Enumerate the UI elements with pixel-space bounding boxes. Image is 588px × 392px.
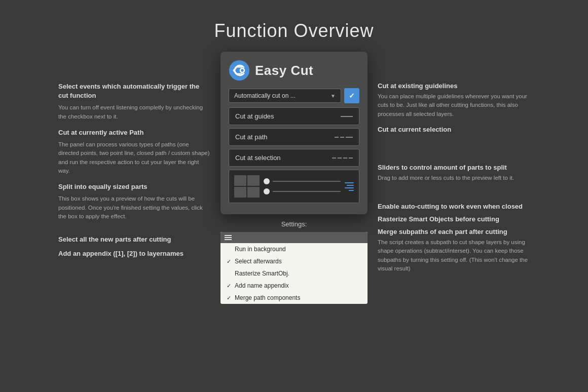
settings-item-0-check bbox=[227, 246, 233, 253]
cut-at-selection-label: Cut at selection bbox=[235, 154, 281, 162]
settings-item-4[interactable]: ✓ Merge path components bbox=[220, 292, 368, 304]
lines-icon bbox=[345, 182, 354, 191]
right-annotation-3: Sliders to control amount of parts to sp… bbox=[378, 164, 530, 182]
plugin-window: Easy Cut Automatically cut on ... ▼ ✓ Cu… bbox=[220, 52, 368, 214]
right-annotation-3-text: Drag to add more or less cuts to the pre… bbox=[378, 174, 530, 182]
settings-dropdown-header[interactable] bbox=[220, 232, 368, 243]
left-annotation-2-text: The panel can process various types of p… bbox=[58, 140, 210, 175]
settings-item-1-label: Select afterwards bbox=[235, 258, 282, 265]
right-annotation-5-title: Rasterize Smart Objects before cutting bbox=[378, 215, 530, 223]
left-annotations-column: Select events which automatically trigge… bbox=[58, 52, 220, 272]
right-annotation-1-title: Cut at existing guidelines bbox=[378, 82, 530, 90]
settings-item-2-label: Rasterize SmartObj. bbox=[235, 270, 289, 277]
svg-point-0 bbox=[229, 60, 249, 81]
dropdown-arrow-icon: ▼ bbox=[330, 93, 336, 99]
right-annotation-2: Cut at current selection bbox=[378, 126, 530, 133]
auto-cut-dropdown-row: Automatically cut on ... ▼ ✓ bbox=[229, 88, 359, 103]
split-preview-area[interactable] bbox=[229, 170, 359, 203]
right-annotation-6-title: Merge subpaths of each part after cuttin… bbox=[378, 228, 530, 236]
main-layout: Select events which automatically trigge… bbox=[0, 52, 588, 304]
right-annotation-6: Merge subpaths of each part after cuttin… bbox=[378, 228, 530, 273]
auto-cut-dropdown[interactable]: Automatically cut on ... ▼ bbox=[229, 89, 341, 103]
left-annotation-3-title: Split into equally sized parts bbox=[58, 182, 210, 191]
left-annotation-1: Select events which automatically trigge… bbox=[58, 82, 210, 121]
right-annotation-3-title: Sliders to control amount of parts to sp… bbox=[378, 164, 530, 171]
settings-item-3-check: ✓ bbox=[227, 283, 233, 289]
cut-at-guides-label: Cut at guides bbox=[235, 112, 274, 120]
left-annotation-4-title: Select all the new parts after cutting bbox=[58, 235, 210, 244]
left-annotation-3: Split into equally sized parts This box … bbox=[58, 182, 210, 221]
horizontal-slider-row bbox=[264, 178, 341, 184]
settings-item-3[interactable]: ✓ Add name appendix bbox=[220, 280, 368, 292]
slider-track-2[interactable] bbox=[273, 191, 341, 192]
right-annotation-1: Cut at existing guidelines You can place… bbox=[378, 82, 530, 119]
center-panel: Easy Cut Automatically cut on ... ▼ ✓ Cu… bbox=[220, 52, 368, 304]
right-annotation-1-text: You can place multiple guidelines wherev… bbox=[378, 92, 530, 119]
settings-item-0-label: Run in background bbox=[235, 246, 286, 253]
settings-dropdown[interactable]: Run in background ✓ Select afterwards Ra… bbox=[220, 232, 368, 304]
left-annotation-2-title: Cut at currently active Path bbox=[58, 128, 210, 137]
cut-at-path-label: Cut at path bbox=[235, 133, 268, 141]
settings-item-1-check: ✓ bbox=[227, 258, 233, 265]
left-annotation-3-text: This box shows you a preview of how the … bbox=[58, 194, 210, 221]
vertical-slider-row bbox=[264, 188, 341, 194]
settings-item-4-label: Merge path components bbox=[235, 294, 300, 301]
auto-cut-check-button[interactable]: ✓ bbox=[344, 88, 359, 103]
slider-handle-2[interactable] bbox=[264, 188, 270, 194]
settings-item-3-label: Add name appendix bbox=[235, 282, 289, 289]
settings-item-2-check bbox=[227, 270, 233, 277]
cut-at-guides-button[interactable]: Cut at guides bbox=[229, 107, 359, 125]
page-title: Function Overview bbox=[0, 0, 588, 42]
plugin-header: Easy Cut bbox=[229, 60, 359, 81]
cut-at-path-dashes bbox=[335, 137, 353, 138]
left-annotation-5: Add an appendix ([1], [2]) to layernames bbox=[58, 249, 210, 258]
right-annotations-column: Cut at existing guidelines You can place… bbox=[368, 52, 530, 289]
grid-preview-icon bbox=[234, 175, 260, 198]
left-annotation-1-title: Select events which automatically trigge… bbox=[58, 82, 210, 100]
left-annotation-4: Select all the new parts after cutting bbox=[58, 235, 210, 244]
slider-track-1[interactable] bbox=[273, 181, 341, 182]
cut-at-guides-dashes bbox=[341, 116, 353, 117]
right-annotation-4: Enable auto-cutting to work even when cl… bbox=[378, 203, 530, 210]
right-annotation-6-text: The script creates a subpath to cut shap… bbox=[378, 238, 530, 273]
plugin-title: Easy Cut bbox=[255, 63, 313, 79]
left-annotation-1-text: You can turn off event listening complet… bbox=[58, 103, 210, 121]
settings-item-1[interactable]: ✓ Select afterwards bbox=[220, 255, 368, 267]
left-annotation-2: Cut at currently active Path The panel c… bbox=[58, 128, 210, 175]
cut-at-selection-button[interactable]: Cut at selection bbox=[229, 149, 359, 167]
sliders-area bbox=[264, 178, 341, 194]
left-annotation-5-title: Add an appendix ([1], [2]) to layernames bbox=[58, 249, 210, 258]
settings-label: Settings: bbox=[220, 220, 368, 228]
right-annotation-2-title: Cut at current selection bbox=[378, 126, 530, 133]
slider-handle-1[interactable] bbox=[264, 178, 270, 184]
right-annotation-5: Rasterize Smart Objects before cutting bbox=[378, 215, 530, 223]
right-annotation-4-title: Enable auto-cutting to work even when cl… bbox=[378, 203, 530, 210]
settings-item-4-check: ✓ bbox=[227, 295, 233, 301]
cut-at-selection-dashes bbox=[332, 158, 353, 159]
settings-item-2[interactable]: Rasterize SmartObj. bbox=[220, 267, 368, 280]
dropdown-text: Automatically cut on ... bbox=[234, 92, 296, 99]
cut-at-path-button[interactable]: Cut at path bbox=[229, 128, 359, 146]
hamburger-icon bbox=[225, 235, 232, 240]
plugin-logo-icon bbox=[229, 60, 250, 81]
settings-item-0[interactable]: Run in background bbox=[220, 243, 368, 255]
